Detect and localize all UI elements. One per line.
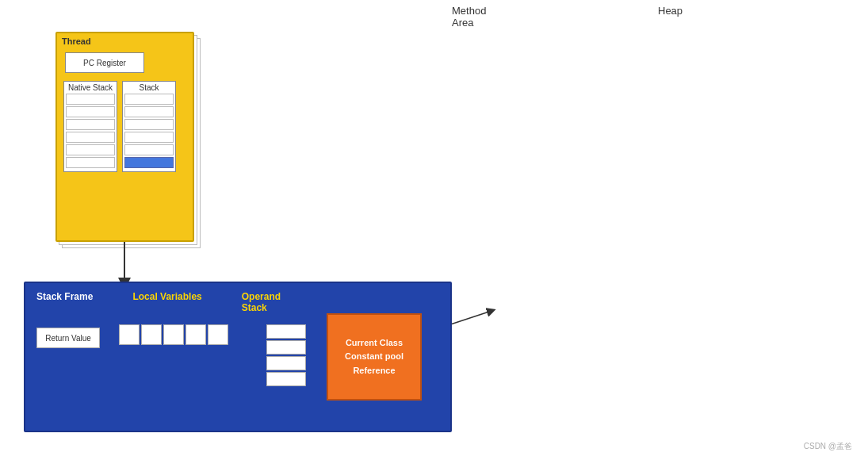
os-cell	[266, 324, 306, 339]
pc-register-box: PC Register	[65, 52, 144, 73]
lv-cell	[119, 324, 140, 345]
stack-box: Stack	[122, 81, 176, 172]
lv-cell	[185, 324, 206, 345]
native-stack-box: Native Stack	[63, 81, 117, 172]
lv-cell	[208, 324, 228, 345]
os-cell	[266, 340, 306, 355]
stack-frame-label: Stack Frame	[36, 291, 93, 302]
operand-stack-label: Operand	[242, 291, 281, 302]
return-value-box: Return Value	[36, 328, 100, 348]
watermark: CSDN @孟爸	[804, 441, 852, 452]
os-cell	[266, 356, 306, 370]
thread-label: Thread	[57, 33, 193, 49]
operand-stack-label2: Stack	[242, 302, 267, 313]
stack-frame-area: Stack Frame Local Variables Operand Stac…	[24, 282, 452, 432]
lv-cell	[141, 324, 162, 345]
current-class-box: Current Class Constant pool Reference	[327, 313, 422, 401]
os-cell	[266, 372, 306, 386]
local-variables-label: Local Variables	[132, 291, 201, 302]
lv-cell	[163, 324, 184, 345]
